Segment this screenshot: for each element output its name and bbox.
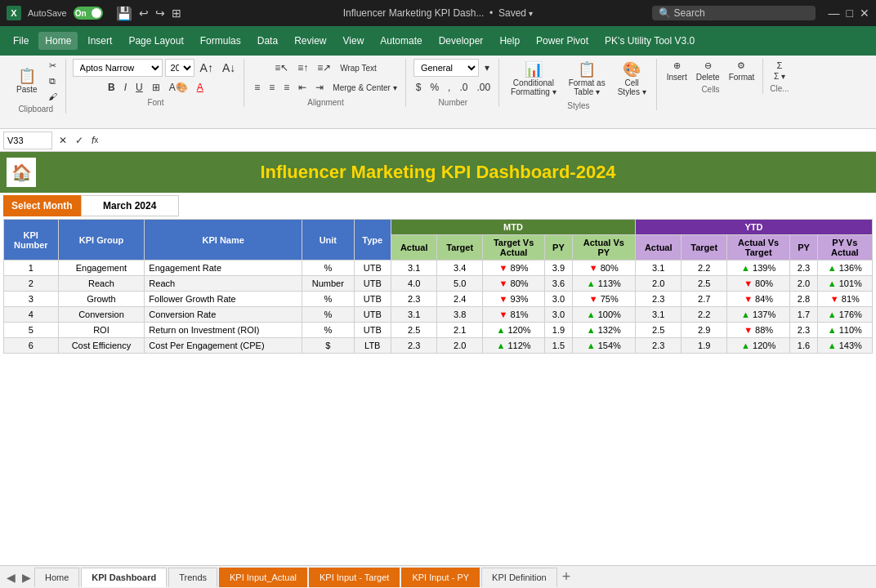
- merge-center-button[interactable]: Merge & Center ▾: [329, 78, 400, 96]
- maximize-icon[interactable]: □: [847, 7, 853, 20]
- align-right-button[interactable]: ≡: [280, 78, 293, 96]
- menu-insert[interactable]: Insert: [81, 32, 118, 50]
- cell-name: Reach: [145, 276, 302, 292]
- redo-icon[interactable]: ↪: [155, 7, 165, 20]
- align-top-center-button[interactable]: ≡↑: [294, 59, 311, 77]
- font-color-button[interactable]: A: [194, 78, 207, 96]
- menu-view[interactable]: View: [337, 32, 371, 50]
- cell-unit: %: [302, 323, 354, 338]
- ribbon-group-cells: ⊕ Insert ⊖ Delete ⚙ Format Cells: [659, 59, 764, 94]
- indent-increase-button[interactable]: ⇥: [312, 78, 327, 96]
- add-sheet-button[interactable]: +: [559, 568, 574, 586]
- number-format-select[interactable]: General: [413, 59, 479, 77]
- increase-decimal-button[interactable]: .00: [473, 78, 494, 96]
- tab-kpi-input-target[interactable]: KPI Input - Target: [309, 568, 400, 587]
- search-box[interactable]: 🔍 Search: [652, 6, 816, 20]
- formula-fx-button[interactable]: fx: [88, 131, 101, 149]
- cell-ytd-pvsa: ▲ 101%: [817, 276, 872, 292]
- cell-styles-button[interactable]: 🎨 CellStyles ▾: [613, 59, 651, 100]
- menu-page-layout[interactable]: Page Layout: [122, 32, 190, 50]
- formula-enter-button[interactable]: ✓: [72, 131, 87, 149]
- comma-button[interactable]: ,: [445, 78, 454, 96]
- menu-pk-utility[interactable]: PK's Utility Tool V3.0: [598, 32, 701, 50]
- save-dropdown-icon[interactable]: ▾: [529, 9, 533, 18]
- format-painter-button[interactable]: 🖌: [45, 90, 60, 103]
- menu-developer[interactable]: Developer: [432, 32, 490, 50]
- decrease-decimal-button[interactable]: .0: [456, 78, 471, 96]
- delete-cells-button[interactable]: ⊖ Delete: [693, 59, 723, 83]
- bold-button[interactable]: B: [105, 78, 118, 96]
- currency-button[interactable]: $: [413, 78, 425, 96]
- menu-help[interactable]: Help: [493, 32, 526, 50]
- menu-review[interactable]: Review: [288, 32, 333, 50]
- tab-kpi-input-actual[interactable]: KPI Input_Actual: [219, 568, 307, 587]
- cell-group: Engagement: [58, 261, 145, 276]
- cell-ytd-py: 1.7: [790, 307, 817, 323]
- cell-group: Conversion: [58, 307, 145, 323]
- tab-kpi-input-py[interactable]: KPI Input - PY: [401, 568, 480, 587]
- autosum-icon: Σ: [777, 60, 783, 70]
- tab-trends[interactable]: Trends: [168, 568, 217, 587]
- tab-next-button[interactable]: ▶: [19, 571, 34, 584]
- insert-cells-button[interactable]: ⊕ Insert: [664, 59, 691, 83]
- cell-mtd-avpy: ▼ 80%: [572, 261, 635, 276]
- tab-prev-button[interactable]: ◀: [3, 571, 19, 584]
- minimize-icon[interactable]: —: [829, 7, 840, 20]
- format-as-table-button[interactable]: 📋 Format asTable ▾: [564, 59, 610, 100]
- cell-ytd-pvsa: ▲ 176%: [817, 307, 872, 323]
- format-dropdown-btn[interactable]: ▾: [481, 59, 493, 77]
- undo-icon[interactable]: ↩: [139, 7, 149, 20]
- align-top-left-button[interactable]: ≡↖: [271, 59, 292, 77]
- cell-ytd-pvsa: ▲ 143%: [817, 338, 872, 354]
- indent-decrease-button[interactable]: ⇤: [295, 78, 310, 96]
- align-center-button[interactable]: ≡: [266, 78, 278, 96]
- format-cells-button[interactable]: ⚙ Format: [726, 59, 758, 83]
- menu-formulas[interactable]: Formulas: [194, 32, 248, 50]
- home-icon-container[interactable]: 🏠: [7, 158, 36, 187]
- cell-ytd-target: 2.7: [682, 292, 726, 307]
- tab-kpi-dashboard[interactable]: KPI Dashboard: [81, 568, 167, 587]
- increase-font-button[interactable]: A↑: [197, 59, 217, 77]
- select-month-button[interactable]: Select Month: [3, 195, 81, 216]
- copy-button[interactable]: ⧉: [45, 74, 60, 88]
- close-icon[interactable]: ✕: [860, 7, 869, 20]
- autosum-button[interactable]: Σ Σ ▾: [771, 59, 789, 82]
- menu-power-pivot[interactable]: Power Pivot: [530, 32, 595, 50]
- menu-home[interactable]: Home: [38, 32, 78, 50]
- font-size-select[interactable]: 20: [165, 59, 194, 77]
- grid-icon[interactable]: ⊞: [172, 7, 181, 20]
- align-left-button[interactable]: ≡: [251, 78, 263, 96]
- cell-mtd-py: 3.0: [545, 292, 572, 307]
- cut-icon: ✂: [49, 60, 56, 71]
- cell-mtd-py: 1.5: [545, 338, 572, 354]
- italic-button[interactable]: I: [121, 78, 130, 96]
- cell-ytd-avt: ▼ 84%: [726, 292, 789, 307]
- conditional-formatting-button[interactable]: 📊 ConditionalFormatting ▾: [506, 59, 561, 100]
- menu-file[interactable]: File: [7, 32, 35, 50]
- menu-data[interactable]: Data: [251, 32, 284, 50]
- fill-color-button[interactable]: A🎨: [166, 78, 191, 96]
- menu-automate[interactable]: Automate: [373, 32, 428, 50]
- cell-mtd-py: 3.0: [545, 307, 572, 323]
- cut-button[interactable]: ✂: [45, 59, 60, 73]
- wrap-text-button[interactable]: Wrap Text: [337, 59, 380, 77]
- align-top-right-button[interactable]: ≡↗: [314, 59, 334, 77]
- paste-button[interactable]: 📋 Paste: [11, 65, 42, 97]
- border-button[interactable]: ⊞: [149, 78, 163, 96]
- autosave-toggle[interactable]: On: [74, 7, 103, 20]
- font-name-select[interactable]: Aptos Narrow: [73, 59, 163, 77]
- percent-button[interactable]: %: [427, 78, 442, 96]
- th-mtd: MTD: [391, 220, 635, 235]
- cell-reference-box[interactable]: V33: [3, 131, 52, 149]
- cell-name: Engagement Rate: [145, 261, 302, 276]
- underline-button[interactable]: U: [132, 78, 146, 96]
- save-icon[interactable]: 💾: [116, 6, 132, 21]
- cell-type: UTB: [354, 276, 391, 292]
- tab-kpi-definition[interactable]: KPI Definition: [481, 568, 557, 587]
- tab-home[interactable]: Home: [34, 568, 79, 587]
- formula-cancel-button[interactable]: ✕: [56, 131, 70, 149]
- formula-input[interactable]: [105, 135, 873, 146]
- cell-ytd-py: 2.0: [790, 276, 817, 292]
- decrease-font-button[interactable]: A↓: [219, 59, 239, 77]
- styles-controls: 📊 ConditionalFormatting ▾ 📋 Format asTab…: [506, 59, 651, 100]
